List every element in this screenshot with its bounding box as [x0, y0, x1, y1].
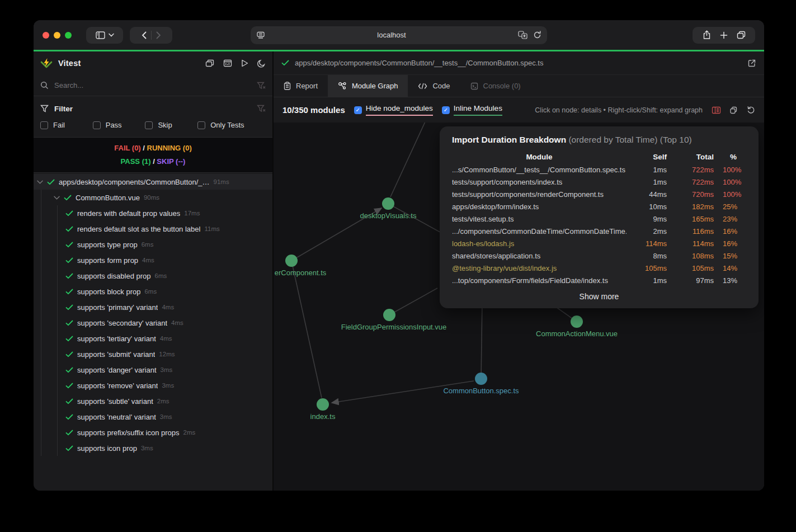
- search-input[interactable]: [54, 81, 251, 90]
- module-count: 10/350 modules: [282, 105, 345, 115]
- translate-icon[interactable]: [518, 31, 527, 39]
- checkbox-checked-icon[interactable]: ✓: [354, 106, 362, 114]
- graph-node-label[interactable]: index.ts: [310, 412, 336, 421]
- test-case-row[interactable]: renders default slot as the button label…: [58, 221, 272, 237]
- filter-checkbox[interactable]: Fail: [40, 121, 93, 129]
- col-header-module: Module: [452, 150, 627, 164]
- pct-cell: 15%: [720, 250, 746, 262]
- address-bar[interactable]: localhost: [251, 26, 547, 44]
- filter-checkbox[interactable]: Skip: [145, 121, 197, 129]
- tab-console[interactable]: Console (0): [460, 75, 531, 97]
- search-bar: [34, 75, 272, 96]
- module-cell[interactable]: tests/support/components/renderComponent…: [452, 189, 627, 201]
- graph-node[interactable]: [285, 255, 298, 267]
- tab-code[interactable]: Code: [408, 75, 460, 97]
- check-icon: [65, 257, 73, 263]
- close-button[interactable]: [43, 32, 49, 39]
- new-tab-icon[interactable]: [720, 31, 728, 39]
- check-icon: [65, 336, 73, 342]
- check-icon: [65, 320, 73, 326]
- collapse-all-icon[interactable]: [205, 59, 214, 68]
- back-button[interactable]: [142, 31, 147, 39]
- share-icon[interactable]: [703, 30, 711, 40]
- checkbox-box[interactable]: [197, 121, 205, 129]
- checkbox-box[interactable]: [40, 121, 48, 129]
- hide-node-modules-checkbox[interactable]: ✓ Hide node_modules: [354, 104, 433, 116]
- test-case-name: supports icon prop: [77, 444, 137, 453]
- filter-checkbox[interactable]: Only Tests: [197, 121, 266, 129]
- module-cell[interactable]: shared/stores/application.ts: [452, 250, 627, 262]
- test-case-row[interactable]: supports 'subtle' variant 2ms: [58, 393, 272, 409]
- dashboard-icon[interactable]: [223, 59, 232, 68]
- chevron-down-icon[interactable]: [54, 196, 60, 200]
- legend-icon[interactable]: [712, 106, 721, 114]
- url-text: localhost: [265, 31, 518, 39]
- clear-filter-icon[interactable]: [257, 105, 266, 112]
- tab-overview-icon[interactable]: [737, 31, 746, 39]
- module-cell[interactable]: tests/support/components/index.ts: [452, 176, 627, 189]
- test-file-row[interactable]: apps/desktop/components/CommonButton/_… …: [34, 174, 272, 190]
- module-cell[interactable]: ...s/CommonButton/__tests__/CommonButton…: [452, 164, 627, 176]
- run-all-icon[interactable]: [241, 59, 248, 68]
- test-case-row[interactable]: supports 'remove' variant 3ms: [58, 378, 272, 393]
- filter-checkbox[interactable]: Pass: [93, 121, 145, 129]
- module-graph-canvas[interactable]: desktopVisuals.tserComponent.tsFieldGrou…: [274, 123, 764, 491]
- reader-icon[interactable]: [256, 31, 265, 39]
- test-case-row[interactable]: supports 'tertiary' variant 4ms: [58, 331, 272, 346]
- test-case-row[interactable]: supports 'secondary' variant 4ms: [58, 315, 272, 331]
- graph-node[interactable]: [383, 309, 395, 321]
- show-more-button[interactable]: Show more: [452, 292, 746, 301]
- graph-node-label[interactable]: erComponent.ts: [275, 269, 327, 277]
- inline-modules-checkbox[interactable]: ✓ Inline Modules: [442, 104, 502, 116]
- test-case-row[interactable]: supports prefix/suffix icon props 2ms: [58, 425, 272, 440]
- module-cell[interactable]: @testing-library/vue/dist/index.js: [452, 262, 627, 275]
- test-case-row[interactable]: supports form prop 4ms: [58, 252, 272, 268]
- checkbox-box[interactable]: [93, 121, 101, 129]
- test-case-row[interactable]: supports 'neutral' variant 3ms: [58, 409, 272, 425]
- graph-node[interactable]: [475, 373, 487, 385]
- test-case-row[interactable]: supports 'primary' variant 4ms: [58, 299, 272, 315]
- checkbox-checked-icon[interactable]: ✓: [442, 106, 450, 114]
- external-link-icon[interactable]: [747, 59, 756, 68]
- graph-edge: [481, 302, 482, 379]
- test-case-row[interactable]: supports icon prop 3ms: [58, 440, 272, 456]
- minimize-button[interactable]: [54, 32, 60, 39]
- graph-node-label[interactable]: desktopVisuals.ts: [360, 211, 417, 220]
- module-cell[interactable]: ...top/components/Form/fields/FieldDate/…: [452, 275, 627, 287]
- test-case-row[interactable]: supports 'danger' variant 3ms: [58, 362, 272, 378]
- duration-badge: 2ms: [183, 429, 196, 436]
- graph-node[interactable]: [382, 197, 394, 210]
- test-case-row[interactable]: supports block prop 6ms: [58, 284, 272, 299]
- checkbox-box[interactable]: [145, 121, 153, 129]
- module-cell[interactable]: apps/desktop/form/index.ts: [452, 201, 627, 213]
- tab-report[interactable]: Report: [274, 75, 328, 97]
- test-case-row[interactable]: supports type prop 6ms: [58, 237, 272, 252]
- import-table: Module Self Total % ...s/CommonButton/__…: [452, 150, 746, 287]
- module-cell[interactable]: lodash-es/lodash.js: [452, 238, 627, 250]
- module-cell[interactable]: .../components/CommonDateTime/CommonDate…: [452, 225, 627, 238]
- module-cell[interactable]: tests/vitest.setup.ts: [452, 213, 627, 225]
- reload-icon[interactable]: [533, 31, 541, 39]
- test-suite-row[interactable]: CommonButton.vue 90ms: [41, 190, 272, 205]
- graph-node[interactable]: [317, 398, 329, 411]
- duration-badge: 3ms: [160, 413, 172, 420]
- reset-graph-icon[interactable]: [747, 106, 755, 114]
- expand-graph-icon[interactable]: [729, 106, 738, 114]
- clear-filter-icon[interactable]: [257, 82, 266, 90]
- test-case-name: supports disabled prop: [77, 272, 151, 280]
- check-icon: [64, 195, 72, 201]
- dark-mode-icon[interactable]: [257, 59, 266, 68]
- graph-node[interactable]: [571, 316, 583, 328]
- sidebar-toggle-button[interactable]: [86, 27, 123, 44]
- graph-toolbar: 10/350 modules ✓ Hide node_modules ✓ Inl…: [274, 97, 764, 123]
- zoom-button[interactable]: [65, 32, 72, 39]
- tab-module-graph[interactable]: Module Graph: [328, 75, 408, 97]
- forward-button[interactable]: [156, 31, 161, 39]
- chevron-down-icon[interactable]: [37, 180, 43, 184]
- test-case-row[interactable]: supports 'submit' variant 12ms: [58, 346, 272, 362]
- graph-node-label[interactable]: CommonActionMenu.vue: [536, 329, 618, 338]
- test-case-row[interactable]: renders with default prop values 17ms: [58, 205, 272, 221]
- graph-node-label[interactable]: CommonButton.spec.ts: [443, 387, 519, 395]
- graph-node-label[interactable]: FieldGroupPermissionsInput.vue: [341, 323, 447, 331]
- test-case-row[interactable]: supports disabled prop 6ms: [58, 268, 272, 284]
